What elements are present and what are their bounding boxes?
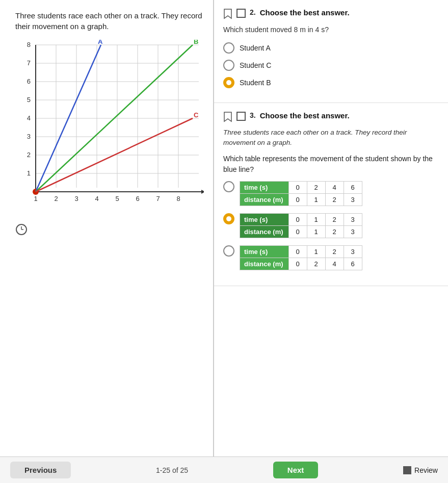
q3-checkbox[interactable] [236,112,246,121]
q2-label-1: Student A [240,44,271,52]
q3-question: Which table represents the movement of t… [223,154,439,175]
svg-text:5: 5 [27,96,31,104]
q3-radio-1[interactable] [223,181,234,192]
svg-text:8: 8 [27,41,31,48]
page-info: 1-25 of 25 [156,466,188,474]
q2-radio-inner-3 [226,80,231,85]
q2-radio-1[interactable] [223,42,234,54]
left-panel: Three students race each other on a trac… [0,0,214,456]
svg-text:5: 5 [115,195,119,202]
svg-text:C: C [194,111,199,119]
svg-text:1: 1 [27,169,31,177]
q2-question: Which student moved 8 m in 4 s? [223,24,439,35]
q2-label-2: Student C [240,61,271,69]
q2-option-1[interactable]: Student A [223,42,439,54]
q3-t1-row2-label: distance (m) [240,193,289,206]
q3-table-1: time (s) 0 2 4 6 distance (m) 0 1 2 3 [240,181,362,206]
right-panel: 2. Choose the best answer. Which student… [214,0,448,456]
review-label: Review [414,466,438,474]
question-3-block: 3. Choose the best answer. Three student… [214,103,448,286]
q3-table-option-1[interactable]: time (s) 0 2 4 6 distance (m) 0 1 2 3 [223,181,439,206]
svg-text:2: 2 [27,151,31,159]
q3-radio-3[interactable] [223,245,234,257]
bookmark-icon [223,8,232,19]
q3-table-2: time (s) 0 1 2 3 distance (m) 0 1 2 3 [240,213,362,238]
q3-table-option-3[interactable]: time (s) 0 1 2 3 distance (m) 0 2 4 6 [223,245,439,270]
q3-context: Three students race each other on a trac… [223,128,439,148]
q3-t2-row1-label: time (s) [240,213,289,225]
q3-number: 3. [250,111,256,119]
q3-radio-inner-2 [226,216,231,221]
svg-text:3: 3 [27,133,31,140]
q2-checkbox[interactable] [236,9,246,18]
svg-marker-18 [201,190,204,194]
q2-radio-2[interactable] [223,60,234,71]
q2-title: Choose the best answer. [260,8,350,17]
q3-t3-row2-label: distance (m) [240,258,289,270]
q3-t3-row1-label: time (s) [240,245,289,258]
q2-radio-3[interactable] [223,77,234,88]
footer: Previous 1-25 of 25 Next Review [0,456,448,483]
problem-text: Three students race each other on a trac… [15,10,203,32]
svg-text:A: A [98,40,103,45]
q3-radio-2[interactable] [223,213,234,224]
previous-button[interactable]: Previous [10,462,71,478]
q3-table-3: time (s) 0 1 2 3 distance (m) 0 2 4 6 [240,245,362,270]
q2-number: 2. [250,8,256,16]
q3-header: 3. Choose the best answer. [223,111,439,122]
svg-text:4: 4 [27,114,31,122]
q2-label-3: Student B [240,79,271,87]
q2-header: 2. Choose the best answer. [223,8,439,19]
svg-text:7: 7 [156,195,160,202]
q3-bookmark-icon [223,111,232,122]
review-button[interactable]: Review [403,466,438,474]
svg-text:1: 1 [34,195,37,202]
svg-text:7: 7 [27,59,31,67]
left-bottom [15,223,203,236]
svg-text:3: 3 [74,195,78,202]
graph-container: 8 7 6 5 4 3 2 1 1 2 3 4 5 6 7 8 [15,40,204,213]
svg-text:6: 6 [27,78,31,85]
svg-text:2: 2 [54,195,58,202]
q3-table-option-2[interactable]: time (s) 0 1 2 3 distance (m) 0 1 2 3 [223,213,439,238]
review-icon [403,466,411,474]
q2-option-3[interactable]: Student B [223,77,439,88]
q3-t1-row1-label: time (s) [240,181,289,193]
svg-text:B: B [194,40,198,45]
q2-option-2[interactable]: Student C [223,60,439,71]
svg-text:6: 6 [136,195,139,202]
graph-svg: 8 7 6 5 4 3 2 1 1 2 3 4 5 6 7 8 [15,40,204,213]
clock-icon [15,223,28,236]
next-button[interactable]: Next [273,462,319,478]
question-2-block: 2. Choose the best answer. Which student… [214,0,448,103]
svg-text:4: 4 [95,195,98,202]
q3-title: Choose the best answer. [260,111,350,120]
svg-text:8: 8 [176,195,180,202]
q3-t2-row2-label: distance (m) [240,225,289,238]
